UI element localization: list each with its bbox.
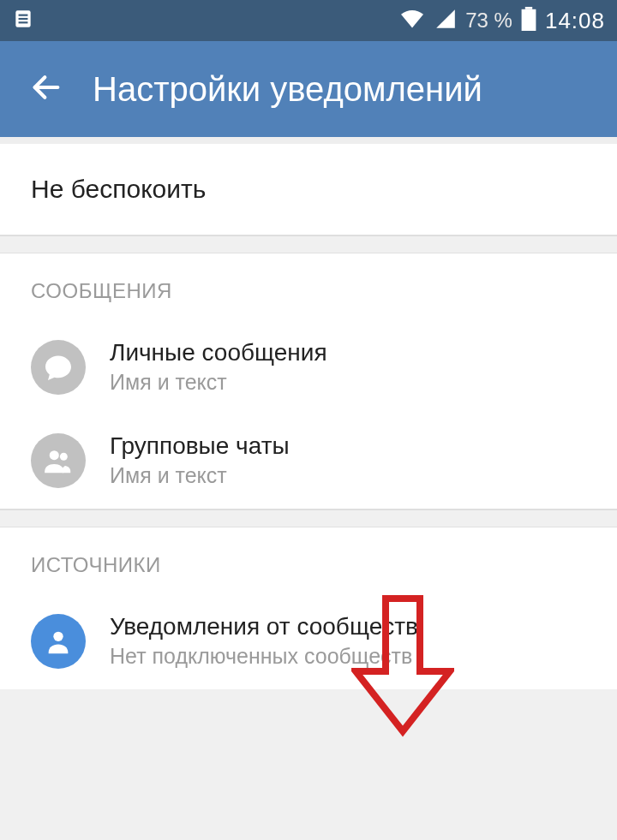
setting-text: Уведомления от сообществ Нет подключенны… <box>110 613 418 669</box>
section-header-sources: ИСТОЧНИКИ <box>0 527 617 596</box>
person-icon <box>31 614 86 669</box>
setting-text: Личные сообщения Имя и текст <box>110 339 327 395</box>
svg-rect-3 <box>19 21 28 23</box>
setting-sub: Имя и текст <box>110 463 290 488</box>
battery-icon <box>521 7 536 34</box>
svg-point-8 <box>60 452 68 460</box>
status-bar: 73 % 14:08 <box>0 0 617 41</box>
signal-icon <box>434 8 457 33</box>
arrow-left-icon <box>29 70 63 108</box>
section-messages: СООБЩЕНИЯ Личные сообщения Имя и текст Г… <box>0 253 617 509</box>
section-sources: ИСТОЧНИКИ Уведомления от сообществ Нет п… <box>0 527 617 689</box>
wifi-icon <box>398 8 426 33</box>
setting-title: Групповые чаты <box>110 432 290 460</box>
chat-bubble-icon <box>31 340 86 395</box>
setting-title: Личные сообщения <box>110 339 327 366</box>
status-right: 73 % 14:08 <box>398 7 605 34</box>
page-title: Настройки уведомлений <box>93 70 482 109</box>
divider <box>0 235 617 253</box>
setting-sub: Имя и текст <box>110 370 327 395</box>
svg-rect-2 <box>19 18 28 20</box>
section-header-messages: СООБЩЕНИЯ <box>0 253 617 322</box>
svg-point-7 <box>50 450 59 460</box>
status-left <box>12 8 34 33</box>
svg-rect-4 <box>522 9 536 31</box>
setting-community-notifications[interactable]: Уведомления от сообществ Нет подключенны… <box>0 596 617 689</box>
setting-group-chats[interactable]: Групповые чаты Имя и текст <box>0 415 617 509</box>
setting-sub: Нет подключенных сообществ <box>110 644 418 669</box>
divider <box>0 137 617 144</box>
setting-text: Групповые чаты Имя и текст <box>110 432 290 488</box>
setting-personal-messages[interactable]: Личные сообщения Имя и текст <box>0 322 617 415</box>
back-button[interactable] <box>26 69 67 110</box>
clock: 14:08 <box>545 8 605 34</box>
svg-point-9 <box>53 631 63 640</box>
notification-icon <box>12 8 34 33</box>
divider <box>0 509 617 527</box>
group-icon <box>31 433 86 488</box>
svg-rect-1 <box>19 15 28 16</box>
svg-rect-5 <box>525 7 532 9</box>
setting-title: Уведомления от сообществ <box>110 613 418 640</box>
dnd-label: Не беспокоить <box>31 175 586 204</box>
dnd-row[interactable]: Не беспокоить <box>0 144 617 235</box>
battery-percent: 73 % <box>465 9 512 33</box>
app-bar: Настройки уведомлений <box>0 41 617 137</box>
